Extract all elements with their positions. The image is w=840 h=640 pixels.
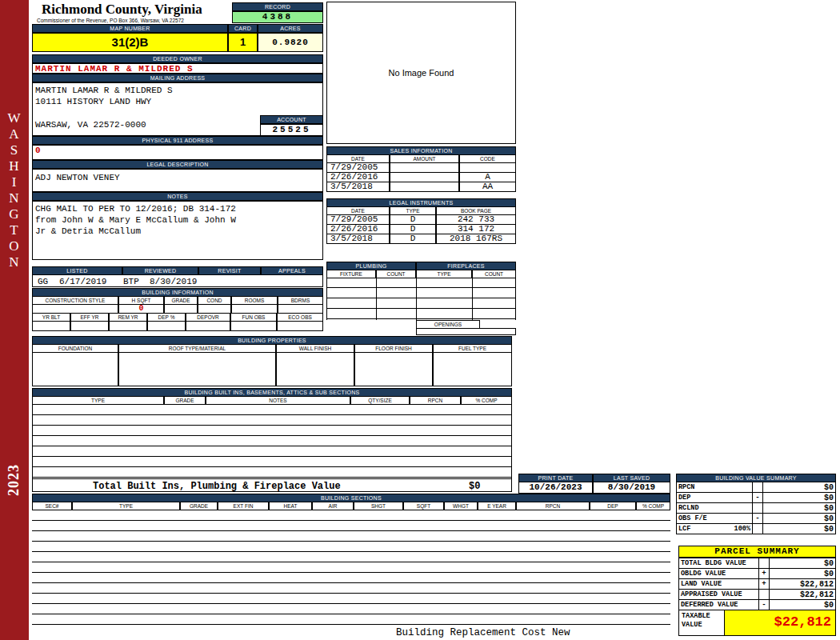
reviewed-date-value: 8/30/2019 (150, 277, 197, 286)
builtins-col-grade: GRADE (164, 396, 206, 405)
bs-col-sec: SEC# (32, 502, 72, 510)
no-image-text: No Image Found (327, 68, 515, 78)
year-sidebar: WASHINGTON 2023 (0, 0, 29, 640)
bvs-value: $0 (763, 524, 836, 534)
record-header: RECORD (232, 2, 323, 11)
plumbing-grid-divider (376, 278, 377, 320)
bvs-label: RPCN (677, 482, 753, 493)
ps-op: + (759, 579, 770, 590)
last-saved-value: 8/30/2019 (593, 482, 670, 494)
footer-text: Building Replacement Cost New (396, 627, 570, 638)
bvs-op: - (753, 514, 763, 524)
bp-val-foundation (32, 352, 118, 386)
bvs-value: $0 (763, 514, 836, 524)
parcel-photo-placeholder: No Image Found (326, 2, 516, 144)
bi-val2 (109, 321, 147, 331)
taxable-value-label: TAXABLE VALUE (678, 610, 725, 636)
ps-row: OBLDG VALUE + $0 (679, 569, 836, 579)
legal-description-header: LEGAL DESCRIPTION (32, 160, 323, 169)
ps-op: - (759, 600, 770, 610)
mailing-address-header: MAILING ADDRESS (32, 74, 323, 82)
bs-col-sqft: SQFT (403, 502, 444, 510)
bi-val2 (70, 321, 109, 331)
ps-label: APPRAISED VALUE (679, 590, 759, 600)
bvs-value: $0 (763, 482, 836, 493)
property-record-card: WASHINGTON 2023 Richmond County, Virgini… (0, 0, 840, 640)
ps-row: APPRAISED VALUE $22,812 (679, 590, 836, 600)
bp-val-fuel (433, 352, 512, 386)
deeded-owner-value: MARTIN LAMAR R & MILDRED S (32, 63, 323, 74)
bs-col-dep: DEP (590, 502, 636, 510)
bs-col-air: AIR (312, 502, 354, 510)
notes-header: NOTES (32, 192, 323, 201)
taxable-value-amount: $22,812 (725, 610, 836, 636)
bvs-lcf-label: LCF (678, 525, 690, 533)
parcel-summary-table: TOTAL BLDG VALUE $0 OBLDG VALUE + $0 LAN… (678, 558, 836, 610)
map-number-value: 31(2)B (32, 33, 228, 52)
bvs-label-lcf: LCF 100% (677, 524, 753, 534)
bvs-row-lcf: LCF 100% $0 (677, 524, 836, 534)
bi-val2 (186, 321, 230, 331)
built-ins-total-value: $0 (469, 481, 480, 492)
notes-line-2: from John W & Mary E McCallum & John W (35, 215, 236, 225)
bs-col-shgt: SHGT (354, 502, 403, 510)
bvs-row: RPCN $0 (677, 482, 836, 493)
taxable-label-line-2: VALUE (682, 621, 724, 630)
sidebar-state-label: WASHINGTON (6, 110, 22, 270)
ps-value: $22,812 (770, 579, 836, 590)
bs-col-extfin: EXT FIN (218, 502, 269, 510)
ps-row: DEFERRED VALUE - $0 (679, 600, 836, 610)
bp-val-floor (354, 352, 433, 386)
mailing-line-3: WARSAW, VA 22572-0000 (35, 120, 146, 130)
bs-col-eyear: E YEAR (478, 502, 516, 510)
physical-address-header: PHYSICAL 911 ADDRESS (32, 136, 323, 145)
ps-value: $22,812 (770, 590, 836, 600)
bi-val2 (277, 321, 323, 331)
ps-value: $0 (770, 569, 836, 579)
bvs-label: DEP (677, 493, 753, 503)
parcel-summary-header: PARCEL SUMMARY (678, 546, 836, 558)
plumbing-fireplaces-grid (326, 278, 516, 320)
bp-val-wall (276, 352, 354, 386)
card-value: 1 (228, 33, 258, 52)
mailing-line-2: 10111 HISTORY LAND HWY (35, 97, 151, 106)
bvs-op (753, 524, 763, 534)
deeded-owner-header: DEEDED OWNER (32, 54, 323, 63)
ps-label: TOTAL BLDG VALUE (679, 558, 759, 569)
bvs-row: OBS F/E - $0 (677, 514, 836, 524)
ps-value: $0 (770, 558, 836, 569)
bvs-row: DEP - $0 (677, 493, 836, 503)
builtins-col-notes: NOTES (206, 396, 350, 405)
print-date-value: 10/26/2023 (518, 482, 593, 494)
legal-description-value: ADJ NEWTON VENEY (32, 169, 323, 192)
commissioner-line: Commissioner of the Revenue, PO Box 366,… (37, 18, 184, 23)
bs-col-comp: % COMP (636, 502, 670, 510)
bi-val2 (230, 321, 277, 331)
acres-header: ACRES (258, 24, 323, 33)
bs-col-grade: GRADE (180, 502, 218, 510)
bvs-value: $0 (763, 503, 836, 514)
ps-value: $0 (770, 600, 836, 610)
acres-value: 0.9820 (258, 33, 323, 52)
builtins-col-qty: QTY/SIZE (350, 396, 410, 405)
building-value-summary-table: RPCN $0 DEP - $0 RCLND $0 OBS F/E - $0 L… (676, 482, 836, 534)
bi-val2 (32, 321, 70, 331)
listing-values-box: GG 6/17/2019 BTP 8/30/2019 (32, 274, 323, 287)
bs-col-whgt: WHGT (444, 502, 478, 510)
ps-label: OBLDG VALUE (679, 569, 759, 579)
bvs-op (753, 503, 763, 514)
ps-row: TOTAL BLDG VALUE $0 (679, 558, 836, 569)
plumbing-fireplace-divider (416, 278, 417, 320)
sales-row-amount (390, 182, 459, 192)
ps-row: LAND VALUE + $22,812 (679, 579, 836, 590)
sidebar-year-label: 2023 (6, 464, 22, 496)
sales-row-date: 3/5/2018 (326, 182, 390, 192)
builtins-col-type: TYPE (32, 396, 164, 405)
built-ins-total-row: Total Built Ins, Plumbing & Fireplace Va… (32, 478, 512, 492)
account-header: ACCOUNT (260, 115, 323, 124)
ps-op (759, 590, 770, 600)
bvs-label: RCLND (677, 503, 753, 514)
mailing-line-1: MARTIN LAMAR R & MILDRED S (35, 86, 173, 95)
taxable-label-line-1: TAXABLE (682, 612, 724, 621)
openings-value (416, 328, 516, 335)
